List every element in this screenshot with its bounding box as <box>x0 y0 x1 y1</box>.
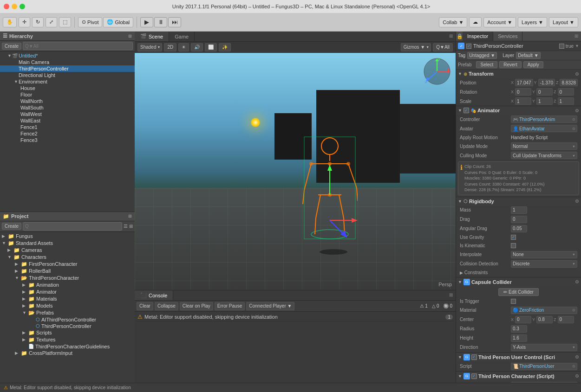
use-gravity-checkbox[interactable]: ✓ <box>511 235 516 240</box>
project-item-textures[interactable]: ▶ 📁 Textures <box>0 336 135 343</box>
global-button[interactable]: 🌐 Global <box>103 17 133 27</box>
effects-btn[interactable]: ✨ <box>219 43 231 51</box>
project-item-crossplatforminput[interactable]: ▶ 📁 CrossPlatformInput <box>0 350 135 357</box>
layer-select[interactable]: Default ▼ <box>516 52 540 59</box>
hierarchy-item-wallwest[interactable]: WallWest <box>0 111 135 117</box>
is-kinematic-checkbox[interactable] <box>511 243 516 248</box>
project-list-icon[interactable]: ☰ <box>124 224 128 229</box>
prefab-select-button[interactable]: Select <box>476 61 497 68</box>
tpuc-settings-icon[interactable]: ⚙ <box>575 354 579 360</box>
project-item-animation[interactable]: ▶ 📁 Animation <box>0 282 135 289</box>
drag-field[interactable]: 0 <box>511 216 527 223</box>
inspector-panel-menu[interactable]: ⊞ <box>572 32 581 41</box>
screen-icon-btn[interactable]: ⬜ <box>205 43 217 51</box>
animator-header[interactable]: ▼ ✓ 🎭 Animator ⚙ <box>456 106 581 115</box>
rect-tool-button[interactable]: ⬚ <box>59 17 71 27</box>
tab-inspector[interactable]: Inspector <box>463 32 493 41</box>
center-z-field[interactable]: 0 <box>558 316 574 323</box>
tpuc-enable-checkbox[interactable]: ✓ <box>471 354 477 360</box>
hierarchy-item-untitled[interactable]: ▼ 🎬 Untitled* <box>0 52 135 59</box>
project-search-input[interactable] <box>23 222 122 231</box>
project-item-prefabs[interactable]: ▼ 📂 Prefabs <box>0 309 135 316</box>
project-item-scripts[interactable]: ▶ 📁 Scripts <box>0 329 135 336</box>
static-dropdown-icon[interactable]: ▼ <box>575 44 579 48</box>
rotation-z-field[interactable]: 0 <box>558 88 574 96</box>
capsule-collider-header[interactable]: ▼ G Capsule Collider ⚙ <box>456 277 581 287</box>
is-trigger-checkbox[interactable] <box>511 299 516 304</box>
rotation-x-field[interactable]: 0 <box>515 88 531 96</box>
step-button[interactable]: ⏭ <box>168 17 181 27</box>
edit-collider-button[interactable]: ✏ Edit Collider <box>498 288 539 296</box>
project-item-standard-assets[interactable]: ▼ 📁 Standard Assets <box>0 240 135 247</box>
scale-x-field[interactable]: 1 <box>515 97 531 105</box>
controller-field[interactable]: 🎮 ThirdPersonAnim ⊙ <box>511 116 577 123</box>
center-y-field[interactable]: 0.8 <box>536 316 553 323</box>
hierarchy-item-wallsouth[interactable]: WallSouth <box>0 104 135 111</box>
project-item-animator[interactable]: ▶ 📁 Animator <box>0 289 135 296</box>
scale-tool-button[interactable]: ⤢ <box>46 17 57 27</box>
console-collapse-button[interactable]: Collapse <box>155 302 178 310</box>
pivot-button[interactable]: ⊙ Pivot <box>78 17 102 27</box>
tab-services[interactable]: Services <box>493 32 522 41</box>
cloud-button[interactable]: ☁ <box>469 17 482 27</box>
position-y-field[interactable]: -1.370 <box>538 79 555 86</box>
tpc-settings-icon[interactable]: ⚙ <box>575 373 579 379</box>
sun-icon-btn[interactable]: ☀ <box>178 43 189 51</box>
rotation-y-field[interactable]: 0 <box>536 88 553 96</box>
project-item-rollerball[interactable]: ▶ 📁 RollerBall <box>0 268 135 275</box>
console-clear-on-play-button[interactable]: Clear on Play <box>180 302 213 310</box>
third-person-user-control-header[interactable]: ▼ G ✓ Third Person User Control (Scri ⚙ <box>456 353 581 362</box>
scene-viewport[interactable]: Y X Z Persp <box>135 53 456 290</box>
rotate-tool-button[interactable]: ↻ <box>32 17 44 27</box>
gizmos-dropdown[interactable]: Gizmos ▼ <box>401 43 431 51</box>
project-item-materials[interactable]: ▶ 📁 Materials <box>0 296 135 302</box>
hierarchy-item-wallnorth[interactable]: WallNorth <box>0 98 135 104</box>
animator-settings-icon[interactable]: ⚙ <box>575 108 579 113</box>
transform-settings-icon[interactable]: ⚙ <box>575 71 579 77</box>
close-button[interactable] <box>4 4 9 9</box>
project-item-thirdpersoncontroller-prefab[interactable]: ⬡ ThirdPersonController <box>0 323 135 329</box>
prefab-apply-button[interactable]: Apply <box>523 61 543 68</box>
collab-button[interactable]: Collab ▼ <box>439 17 467 27</box>
scene-search-btn[interactable]: Q▼All <box>433 43 453 51</box>
minimize-button[interactable] <box>12 4 17 9</box>
tab-game[interactable]: Game <box>169 32 195 41</box>
move-tool-button[interactable]: ✛ <box>19 17 30 27</box>
scale-y-field[interactable]: 1 <box>536 97 553 105</box>
audio-icon-btn[interactable]: 🔊 <box>191 43 203 51</box>
center-x-field[interactable]: 0 <box>515 316 531 323</box>
layers-button[interactable]: Layers ▼ <box>518 17 547 27</box>
hierarchy-item-house[interactable]: House <box>0 85 135 91</box>
view-panel-menu[interactable]: ⊞ <box>446 32 456 41</box>
static-checkbox[interactable] <box>559 44 564 49</box>
angular-drag-field[interactable]: 0.05 <box>511 225 527 232</box>
hierarchy-item-fence2[interactable]: Fence2 <box>0 130 135 137</box>
hierarchy-item-main-camera[interactable]: Main Camera <box>0 59 135 65</box>
collision-detection-select[interactable]: Discrete <box>511 260 577 268</box>
account-button[interactable]: Account ▼ <box>483 17 516 27</box>
direction-select[interactable]: Y-Axis <box>511 344 577 351</box>
hierarchy-create-button[interactable]: Create <box>2 43 21 50</box>
capsule-collider-settings-icon[interactable]: ⚙ <box>575 279 579 284</box>
hand-tool-button[interactable]: ✋ <box>3 17 17 27</box>
play-button[interactable]: ▶ <box>140 17 153 27</box>
project-create-button[interactable]: Create <box>2 223 21 230</box>
project-item-fungus[interactable]: ▶ 📁 Fungus <box>0 233 135 240</box>
hierarchy-item-thirdpersoncontroller[interactable]: ThirdPersonController <box>0 65 135 72</box>
material-field[interactable]: 🔵 ZeroFriction ⊙ <box>511 307 577 314</box>
console-error-pause-button[interactable]: Error Pause <box>215 302 245 310</box>
project-item-aithirdpersoncontroller[interactable]: ⬡ AIThirdPersonController <box>0 316 135 323</box>
interpolate-select[interactable]: None <box>511 251 577 258</box>
pause-button[interactable]: ⏸ <box>154 17 167 27</box>
hierarchy-item-environment[interactable]: ▼ Environment <box>0 78 135 85</box>
position-z-field[interactable]: 8.8328 <box>560 79 578 86</box>
prefab-revert-button[interactable]: Revert <box>499 61 521 68</box>
mass-field[interactable]: 1 <box>511 206 527 214</box>
project-item-characters[interactable]: ▼ 📁 Characters <box>0 254 135 261</box>
2d-button[interactable]: 2D <box>164 43 176 51</box>
console-row-1[interactable]: ⚠ Metal: Editor support disabled, skippi… <box>136 313 455 321</box>
animator-enable-checkbox[interactable]: ✓ <box>463 108 469 113</box>
rigidbody-settings-icon[interactable]: ⚙ <box>575 199 579 204</box>
position-x-field[interactable]: 17.047 <box>515 79 533 86</box>
tab-scene[interactable]: 🎬 Scene <box>135 32 169 41</box>
